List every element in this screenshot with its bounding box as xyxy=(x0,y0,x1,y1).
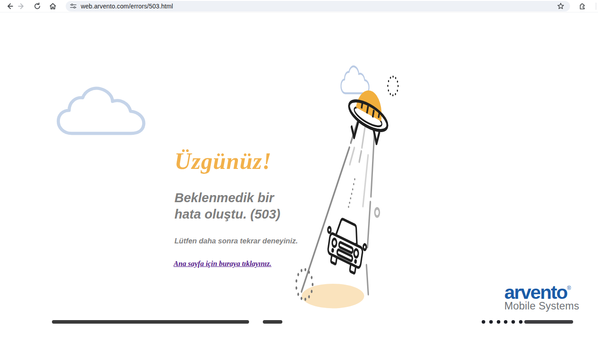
cloud-icon xyxy=(55,85,149,137)
home-icon[interactable] xyxy=(49,2,57,10)
dotted-circle-black xyxy=(388,77,398,95)
puzzle-icon[interactable] xyxy=(578,2,586,10)
registered-mark: ® xyxy=(567,285,571,291)
ufo-illustration xyxy=(289,58,537,364)
light-beam xyxy=(301,122,375,294)
small-cloud-icon xyxy=(341,67,369,94)
decor-line-long xyxy=(52,320,249,324)
back-arrow-icon[interactable] xyxy=(6,2,14,10)
beam-dots xyxy=(348,178,356,208)
logo-tagline: Mobile Systems xyxy=(504,301,580,311)
landing-shadow xyxy=(302,284,364,309)
site-settings-tune-icon[interactable] xyxy=(70,3,77,10)
error-hint: Lütfen daha sonra tekrar deneyiniz. xyxy=(174,237,298,245)
gray-ring-icon xyxy=(375,208,379,217)
decor-line-short xyxy=(263,320,282,324)
car-icon xyxy=(324,213,368,277)
page: web.arvento.com/errors/503.html Üzgünüz!… xyxy=(0,0,598,364)
reload-icon[interactable] xyxy=(33,2,41,10)
forward-arrow-icon[interactable] xyxy=(17,2,25,10)
arvento-logo: arvento® Mobile Systems xyxy=(504,284,580,311)
url-text[interactable]: web.arvento.com/errors/503.html xyxy=(81,3,173,10)
star-icon[interactable] xyxy=(557,2,565,10)
home-page-link[interactable]: Ana sayfa için buraya tıklayınız. xyxy=(174,259,271,268)
error-message: Beklenmedik bir hata oluştu. (503) xyxy=(174,190,288,223)
logo-brand-text: arvento xyxy=(504,282,567,303)
decor-dot-row xyxy=(482,320,523,324)
error-title: Üzgünüz! xyxy=(174,148,272,174)
decor-line-right xyxy=(524,320,573,324)
browser-toolbar: web.arvento.com/errors/503.html xyxy=(0,0,598,12)
toolbar-separator xyxy=(596,3,596,10)
url-bar[interactable]: web.arvento.com/errors/503.html xyxy=(66,1,570,12)
